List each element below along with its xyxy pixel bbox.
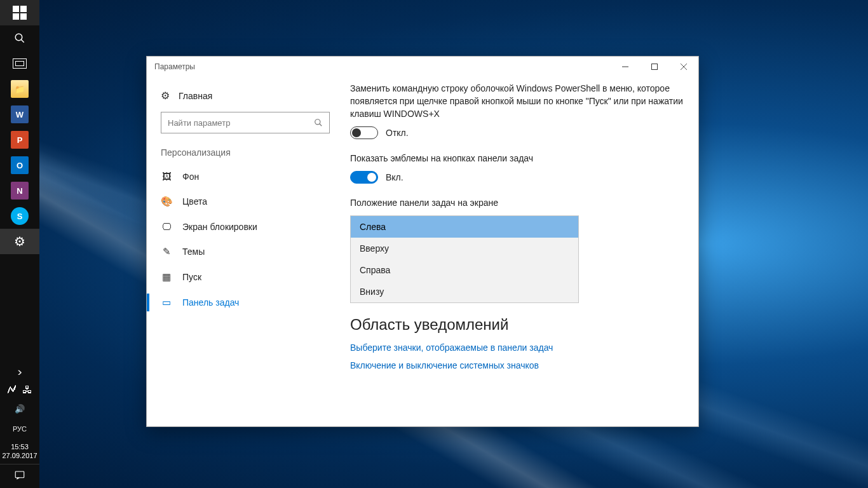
- toggle-badges[interactable]: [350, 171, 378, 184]
- sidebar-item-label: Пуск: [182, 272, 201, 282]
- windows-logo-icon: [13, 6, 27, 20]
- setting-label: Заменить командную строку оболочкой Wind…: [350, 82, 684, 120]
- window-minimize-button[interactable]: [611, 57, 640, 77]
- toggle-knob: [352, 128, 361, 137]
- speaker-icon: 🔊: [15, 404, 25, 414]
- settings-search-input[interactable]: Найти параметр: [161, 112, 330, 133]
- volume-button[interactable]: 🔊: [0, 399, 39, 418]
- window-titlebar[interactable]: Параметры: [147, 57, 698, 77]
- dropdown-option-bottom[interactable]: Внизу: [351, 281, 578, 302]
- sidebar-item-label: Панель задач: [182, 297, 239, 308]
- dropdown-option-right[interactable]: Справа: [351, 259, 578, 281]
- sidebar-item-lockscreen[interactable]: 🖵 Экран блокировки: [147, 214, 344, 239]
- sidebar-item-label: Цвета: [182, 196, 207, 207]
- clock-time: 15:53: [2, 442, 37, 451]
- taskbar-app-powerpoint[interactable]: P: [0, 127, 39, 152]
- sidebar-item-label: Экран блокировки: [182, 222, 257, 232]
- system-tray: › 🗲 🖧 🔊 РУС 15:53 27.09.2017: [0, 362, 39, 488]
- taskbar-top: 📁 W P O N S ⚙: [0, 0, 39, 254]
- maximize-icon: [651, 63, 658, 71]
- folder-icon: 📁: [11, 80, 29, 98]
- setting-powershell-replace: Заменить командную строку оболочкой Wind…: [350, 82, 684, 139]
- word-icon: W: [11, 105, 29, 123]
- setting-label: Показать эмблемы на кнопках панели задач: [350, 152, 684, 165]
- taskbar-icon: ▭: [161, 297, 172, 308]
- svg-line-1: [21, 39, 24, 43]
- settings-window: Параметры ⚙ Главная Найти параметр Персо…: [146, 56, 699, 427]
- sidebar-item-start[interactable]: ▦ Пуск: [147, 264, 344, 290]
- svg-rect-2: [15, 471, 24, 478]
- sidebar-item-background[interactable]: 🖼 Фон: [147, 164, 344, 189]
- toggle-knob: [367, 173, 376, 182]
- sidebar-item-label: Фон: [182, 172, 199, 182]
- sidebar-item-label: Темы: [182, 247, 205, 257]
- action-center-button[interactable]: [0, 464, 39, 485]
- setting-label: Положение панели задач на экране: [350, 196, 684, 209]
- sidebar-home-label: Главная: [179, 91, 212, 101]
- toggle-powershell[interactable]: [350, 126, 378, 139]
- svg-point-0: [15, 34, 22, 41]
- skype-icon: S: [11, 207, 29, 225]
- setting-show-badges: Показать эмблемы на кнопках панели задач…: [350, 152, 684, 184]
- powerpoint-icon: P: [11, 131, 29, 149]
- chevron-right-icon: ›: [17, 365, 22, 379]
- search-icon: [314, 118, 323, 127]
- outlook-icon: O: [11, 156, 29, 174]
- minimize-icon: [621, 63, 629, 71]
- taskbar-clock[interactable]: 15:53 27.09.2017: [2, 440, 37, 463]
- setting-taskbar-position: Положение панели задач на экране Слева В…: [350, 196, 684, 303]
- window-body: ⚙ Главная Найти параметр Персонализация …: [147, 77, 698, 426]
- svg-line-8: [320, 124, 322, 126]
- taskbar-app-word[interactable]: W: [0, 102, 39, 127]
- action-center-icon: [14, 470, 25, 481]
- taskbar-app-file-explorer[interactable]: 📁: [0, 76, 39, 102]
- taskbar-app-settings[interactable]: ⚙: [0, 229, 39, 254]
- close-icon: [680, 63, 688, 71]
- link-select-taskbar-icons[interactable]: Выберите значки, отображаемые в панели з…: [350, 342, 684, 353]
- battery-icon[interactable]: 🗲: [7, 384, 17, 396]
- taskbar-app-skype[interactable]: S: [0, 203, 39, 229]
- task-view-icon: [13, 58, 27, 69]
- start-button[interactable]: [0, 0, 39, 25]
- dropdown-option-top[interactable]: Вверху: [351, 238, 578, 259]
- gear-icon: ⚙: [14, 234, 25, 249]
- network-icon[interactable]: 🖧: [22, 384, 32, 396]
- tray-overflow-button[interactable]: ›: [0, 362, 39, 381]
- settings-sidebar: ⚙ Главная Найти параметр Персонализация …: [147, 77, 344, 426]
- sidebar-item-colors[interactable]: 🎨 Цвета: [147, 189, 344, 214]
- link-system-icons-toggle[interactable]: Включение и выключение системных значков: [350, 360, 684, 370]
- taskbar: 📁 W P O N S ⚙ › 🗲 🖧 🔊 РУС 15:53 27.09.20…: [0, 0, 39, 488]
- task-view-button[interactable]: [0, 51, 39, 76]
- dropdown-option-left[interactable]: Слева: [351, 216, 578, 238]
- clock-date: 27.09.2017: [2, 451, 37, 460]
- picture-icon: 🖼: [161, 171, 172, 182]
- lockscreen-icon: 🖵: [161, 221, 172, 232]
- input-language-button[interactable]: РУС: [0, 419, 39, 438]
- search-button[interactable]: [0, 25, 39, 51]
- window-title: Параметры: [154, 62, 195, 71]
- sidebar-search-wrap: Найти параметр: [147, 108, 344, 142]
- taskbar-app-outlook[interactable]: O: [0, 152, 39, 178]
- start-menu-icon: ▦: [161, 271, 172, 283]
- search-placeholder: Найти параметр: [168, 118, 230, 128]
- search-icon: [14, 32, 25, 44]
- svg-point-7: [315, 119, 320, 125]
- settings-content: Заменить командную строку оболочкой Wind…: [344, 77, 698, 426]
- taskbar-app-onenote[interactable]: N: [0, 178, 39, 203]
- sidebar-item-taskbar[interactable]: ▭ Панель задач: [147, 290, 344, 315]
- sidebar-item-themes[interactable]: ✎ Темы: [147, 239, 344, 264]
- notification-area-heading: Область уведомлений: [350, 316, 684, 334]
- sidebar-home[interactable]: ⚙ Главная: [147, 83, 344, 108]
- taskbar-spacer: [0, 254, 39, 362]
- sidebar-section-label: Персонализация: [147, 142, 344, 164]
- gear-icon: ⚙: [161, 90, 170, 102]
- toggle-state-label: Вкл.: [386, 172, 403, 182]
- taskbar-position-dropdown[interactable]: Слева Вверху Справа Внизу: [350, 215, 579, 303]
- palette-icon: 🎨: [161, 196, 172, 207]
- svg-rect-4: [652, 64, 658, 70]
- window-maximize-button[interactable]: [640, 57, 669, 77]
- toggle-state-label: Откл.: [386, 128, 409, 138]
- window-close-button[interactable]: [669, 57, 698, 77]
- themes-icon: ✎: [161, 246, 172, 257]
- onenote-icon: N: [11, 182, 29, 200]
